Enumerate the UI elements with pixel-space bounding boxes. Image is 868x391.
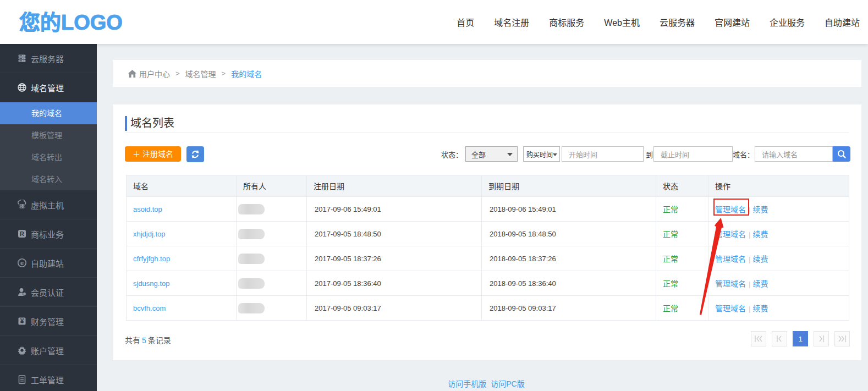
- svg-text:R: R: [20, 230, 24, 237]
- svg-text:¥: ¥: [20, 317, 24, 325]
- svg-text:e: e: [20, 260, 24, 266]
